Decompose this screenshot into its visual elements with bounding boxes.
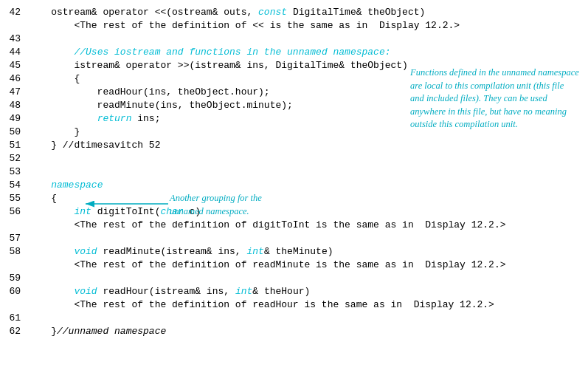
code-line: 42 ostream& operator <<(ostream& outs, c… <box>0 6 588 19</box>
code-line: 44 //Uses iostream and functions in the … <box>0 46 588 59</box>
line-number: 62 <box>0 325 28 338</box>
code-line: <The rest of the definition of readHour … <box>0 298 588 312</box>
line-content: } //dtimesavitch 52 <box>28 139 588 152</box>
line-number: 44 <box>0 46 28 59</box>
code-line: 58 void readMinute(istream& ins, int& th… <box>0 245 588 259</box>
code-line: <The rest of the definition of readMinut… <box>0 259 588 272</box>
code-line: 51 } //dtimesavitch 52 <box>0 139 588 152</box>
line-content: <The rest of the definition of digitToIn… <box>28 219 588 232</box>
line-content: { <box>28 192 588 205</box>
line-content: <The rest of the definition of readMinut… <box>28 259 588 272</box>
line-content: //Uses iostream and functions in the unn… <box>28 46 588 59</box>
line-content: namespace <box>28 179 588 192</box>
code-line: 53 <box>0 165 588 179</box>
line-number: 48 <box>0 99 28 112</box>
line-content: <The rest of the definition of << is the… <box>28 19 588 32</box>
line-number: 51 <box>0 139 28 152</box>
annotation-grouping: Another grouping for the unnamed namespa… <box>170 192 288 218</box>
code-line: 57 <box>0 232 588 245</box>
line-content: <The rest of the definition of readHour … <box>28 298 588 312</box>
code-line: 55 { <box>0 192 588 205</box>
code-line: <The rest of the definition of digitToIn… <box>0 219 588 232</box>
line-number: 45 <box>0 59 28 72</box>
annotation-functions: Functions defined in the unnamed namespa… <box>410 66 580 131</box>
line-number: 53 <box>0 165 28 179</box>
line-number: 56 <box>0 205 28 219</box>
code-line: 62 }//unnamed namespace <box>0 325 588 338</box>
code-line: 54 namespace <box>0 179 588 192</box>
line-number: 61 <box>0 312 28 325</box>
line-content: }//unnamed namespace <box>28 325 588 338</box>
code-line: 59 <box>0 272 588 285</box>
line-number: 60 <box>0 285 28 298</box>
code-block: 42 ostream& operator <<(ostream& outs, c… <box>0 0 588 344</box>
line-content: ostream& operator <<(ostream& outs, cons… <box>28 6 588 19</box>
line-number: 47 <box>0 86 28 99</box>
line-content: int digitToInt(char c) <box>28 205 588 219</box>
code-line: 43 <box>0 32 588 46</box>
code-line: 56 int digitToInt(char c) <box>0 205 588 219</box>
code-line: <The rest of the definition of << is the… <box>0 19 588 32</box>
line-number: 42 <box>0 6 28 19</box>
line-number: 49 <box>0 112 28 126</box>
line-number: 52 <box>0 152 28 165</box>
line-number: 57 <box>0 232 28 245</box>
line-number: 55 <box>0 192 28 205</box>
line-number: 46 <box>0 72 28 86</box>
code-line: 60 void readHour(istream& ins, int& theH… <box>0 285 588 298</box>
line-number: 43 <box>0 32 28 46</box>
code-line: 52 <box>0 152 588 165</box>
line-number: 59 <box>0 272 28 285</box>
code-line: 61 <box>0 312 588 325</box>
line-number: 50 <box>0 126 28 139</box>
line-content: void readMinute(istream& ins, int& theMi… <box>28 245 588 259</box>
line-number: 54 <box>0 179 28 192</box>
line-content: void readHour(istream& ins, int& theHour… <box>28 285 588 298</box>
line-number: 58 <box>0 245 28 259</box>
